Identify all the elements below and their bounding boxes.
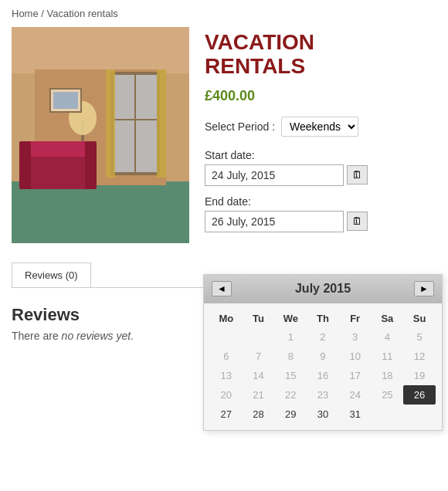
breadcrumb-separator: / <box>41 8 46 19</box>
cal-day-27[interactable]: 27 <box>210 405 243 424</box>
calendar-day-headers: Mo Tu We Th Fr Sa Su <box>210 310 436 327</box>
cal-day-empty-end1 <box>372 405 404 424</box>
cal-day-14[interactable]: 14 <box>243 366 275 385</box>
calendar-week-3: 13 14 15 16 17 18 19 <box>210 366 436 385</box>
cal-day-31[interactable]: 31 <box>339 405 372 424</box>
calendar-prev-button[interactable]: ◄ <box>212 281 232 296</box>
calendar-week-2: 6 7 8 9 10 11 12 <box>210 347 436 366</box>
cal-day-3[interactable]: 3 <box>339 327 372 347</box>
cal-day-25[interactable]: 25 <box>372 385 404 405</box>
cal-day-18[interactable]: 18 <box>372 366 404 385</box>
calendar-month-year: July 2015 <box>295 282 351 296</box>
calendar-week-1: 1 2 3 4 5 <box>210 327 436 347</box>
cal-day-7[interactable]: 7 <box>243 347 275 366</box>
svg-rect-15 <box>85 141 97 189</box>
cal-day-29[interactable]: 29 <box>274 405 307 424</box>
cal-header-mo: Mo <box>210 310 243 327</box>
cal-day-22[interactable]: 22 <box>274 385 307 405</box>
cal-day-30[interactable]: 30 <box>307 405 339 424</box>
cal-day-empty <box>210 327 243 347</box>
period-select[interactable]: Weekends Weekdays Weekly <box>281 117 358 137</box>
end-date-calendar-button[interactable]: 🗓 <box>347 212 368 231</box>
cal-day-6[interactable]: 6 <box>210 347 243 366</box>
cal-day-24[interactable]: 24 <box>339 385 372 405</box>
breadcrumb: Home / Vacation rentals <box>0 0 448 27</box>
calendar-grid: Mo Tu We Th Fr Sa Su 1 2 3 4 5 6 7 8 9 1… <box>204 303 442 430</box>
svg-rect-2 <box>12 181 189 243</box>
cal-day-16[interactable]: 16 <box>307 366 339 385</box>
cal-header-fr: Fr <box>339 310 372 327</box>
product-title: VACATION RENTALS <box>205 31 436 79</box>
cal-day-17[interactable]: 17 <box>339 366 372 385</box>
cal-day-15[interactable]: 15 <box>274 366 307 385</box>
calendar-icon: 🗓 <box>352 169 362 181</box>
cal-header-th: Th <box>307 310 339 327</box>
cal-day-2[interactable]: 2 <box>307 327 339 347</box>
calendar-header: ◄ July 2015 ► <box>204 275 442 303</box>
cal-day-11[interactable]: 11 <box>372 347 404 366</box>
svg-rect-8 <box>106 69 115 178</box>
cal-day-20[interactable]: 20 <box>210 385 243 405</box>
cal-day-8[interactable]: 8 <box>274 347 307 366</box>
cal-header-sa: Sa <box>372 310 404 327</box>
start-date-calendar-button[interactable]: 🗓 <box>347 165 368 185</box>
product-details: VACATION RENTALS £400.00 Select Period :… <box>205 27 436 242</box>
cal-header-tu: Tu <box>243 310 275 327</box>
end-date-group: End date: 🗓 <box>205 195 436 232</box>
cal-day-21[interactable]: 21 <box>243 385 275 405</box>
cal-day-5[interactable]: 5 <box>403 327 436 347</box>
calendar-popup: ◄ July 2015 ► Mo Tu We Th Fr Sa Su 1 2 3… <box>203 274 443 431</box>
property-image <box>12 27 189 243</box>
reviews-tab[interactable]: Reviews (0) <box>12 262 91 287</box>
calendar-week-5: 27 28 29 30 31 <box>210 405 436 424</box>
svg-rect-9 <box>157 69 166 178</box>
cal-day-28[interactable]: 28 <box>243 405 275 424</box>
cal-day-12[interactable]: 12 <box>403 347 436 366</box>
cal-day-1[interactable]: 1 <box>274 327 307 347</box>
calendar-week-4: 20 21 22 23 24 25 26 <box>210 385 436 405</box>
calendar-icon-2: 🗓 <box>352 215 362 227</box>
cal-header-su: Su <box>403 310 436 327</box>
product-price: £400.00 <box>205 88 436 104</box>
cal-header-we: We <box>274 310 307 327</box>
cal-day-4[interactable]: 4 <box>372 327 404 347</box>
select-period-label: Select Period : <box>205 120 275 133</box>
start-date-input-row: 🗓 <box>205 164 436 186</box>
cal-day-10[interactable]: 10 <box>339 347 372 366</box>
cal-day-23[interactable]: 23 <box>307 385 339 405</box>
svg-rect-1 <box>12 27 189 73</box>
end-date-label: End date: <box>205 195 436 208</box>
cal-day-9[interactable]: 9 <box>307 347 339 366</box>
cal-day-13[interactable]: 13 <box>210 366 243 385</box>
svg-rect-17 <box>53 92 78 109</box>
calendar-next-button[interactable]: ► <box>414 281 434 296</box>
start-date-input[interactable] <box>205 164 344 186</box>
main-content: VACATION RENTALS £400.00 Select Period :… <box>0 27 448 243</box>
cal-day-26[interactable]: 26 <box>403 385 436 405</box>
start-date-group: Start date: 🗓 <box>205 149 436 186</box>
cal-day-empty-end2 <box>403 405 436 424</box>
breadcrumb-home-link[interactable]: Home <box>12 8 39 19</box>
cal-day-empty <box>243 327 275 347</box>
end-date-input-row: 🗓 <box>205 211 436 232</box>
svg-rect-14 <box>19 141 31 189</box>
select-period-row: Select Period : Weekends Weekdays Weekly <box>205 117 436 137</box>
breadcrumb-current: Vacation rentals <box>47 8 118 19</box>
start-date-label: Start date: <box>205 149 436 161</box>
end-date-input[interactable] <box>205 211 344 232</box>
cal-day-19[interactable]: 19 <box>403 366 436 385</box>
